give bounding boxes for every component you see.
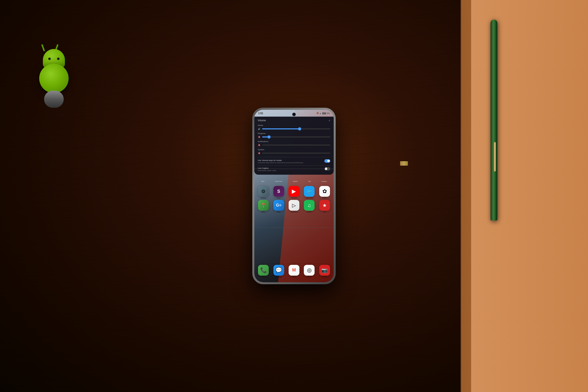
dock-area: 📞 Phone 💬 Messages M Gmail ◎ (254, 264, 334, 279)
yelp-app-label: Yelp (323, 211, 326, 213)
volume-header: Volume ∧ (258, 119, 330, 122)
volume-keys-text: Use Volume keys for media Control the me… (258, 159, 324, 164)
notifications-slider-track[interactable] (262, 144, 330, 146)
list-item: ♫ Spotify (302, 200, 316, 213)
list-item: ▷ Play Store (287, 200, 301, 213)
volume-system-label: System (258, 148, 330, 151)
list-item: M Gmail (287, 265, 301, 278)
volume-ringtone-slider-container: 🔇 (258, 136, 330, 138)
wifi-icon: ▲ (320, 112, 321, 114)
news-app-icon[interactable]: G≡ (274, 200, 284, 211)
list-item: 🐦 Twitter Alpha (302, 186, 316, 199)
chrome-app-icon[interactable]: ◎ (304, 265, 314, 276)
list-item: ◎ Chrome (302, 265, 316, 278)
volume-keys-toggle[interactable] (324, 159, 330, 163)
notebook-inner (471, 0, 588, 392)
slack-app-icon[interactable]: S (274, 186, 284, 197)
live-caption-row: Live Caption Automatically caption media… (258, 166, 330, 171)
list-item: ⚙ Settings (256, 186, 270, 199)
spotify-app-label: Spotify (307, 211, 312, 213)
news-app-label: News (277, 211, 280, 213)
list-item: ★ Yelp (318, 200, 332, 213)
media-slider-fill (262, 128, 300, 129)
volume-notifications-slider-container: 🔇 (258, 144, 330, 146)
camera-app-icon[interactable]: 📷 (319, 265, 330, 276)
signal-icon: ▐▐▐ (322, 112, 326, 114)
spotify-app-icon[interactable]: ♫ (304, 200, 314, 211)
settings-app-label: Settings (261, 197, 266, 199)
twitter-app-icon[interactable]: 🐦 (304, 186, 314, 197)
messages-app-label: Messages (276, 276, 282, 278)
volume-panel: Volume ∧ Media 🔊 (254, 116, 334, 175)
main-app-grid: ⚙ Settings S Slack ▶ YouTube 🐦 (254, 184, 334, 214)
top-app-label-2: Pocket Casts (275, 180, 282, 182)
battery-icon: 45% (326, 112, 330, 114)
settings-app-icon[interactable]: ⚙ (258, 186, 269, 197)
youtube-app-label: YouTube (291, 197, 297, 199)
volume-collapse-icon[interactable]: ∧ (328, 119, 330, 122)
camera-cutout (292, 113, 296, 116)
gmail-app-icon[interactable]: M (288, 265, 300, 276)
volume-notifications-row: Notifications 🔇 (258, 140, 330, 146)
android-eye-left (48, 58, 51, 60)
slack-app-label: Slack (277, 197, 280, 199)
top-app-labels-row: VRois Pocket Casts Analytics Nest Instag… (254, 180, 334, 182)
live-caption-desc: Automatically caption media. (258, 170, 276, 171)
pen-clip (494, 142, 496, 172)
playstore-app-icon[interactable]: ▷ (288, 200, 300, 211)
system-volume-icon: 🔇 (258, 152, 261, 154)
ringtone-slider-track[interactable] (262, 136, 330, 138)
phone-screen: 1:51 🔕 ▲ ▐▐▐ 45% Volume ∧ (254, 110, 334, 282)
ringtone-volume-icon: 🔇 (258, 136, 261, 138)
photos-app-icon[interactable]: ✿ (319, 186, 330, 197)
camera-app-label: Camera (322, 276, 327, 278)
media-slider-track[interactable] (262, 128, 330, 129)
pen (490, 20, 497, 220)
notebook (460, 0, 588, 392)
status-time: 1:51 (258, 112, 263, 115)
volume-ringtone-label: Ringtone (258, 132, 330, 134)
ringtone-slider-fill (262, 136, 269, 138)
messages-app-icon[interactable]: 💬 (274, 265, 284, 276)
photos-app-label: Photos (322, 197, 327, 199)
volume-keys-label: Use Volume keys for media (258, 159, 324, 162)
volume-keys-toggle-row: Use Volume keys for media Control the me… (258, 157, 330, 164)
live-caption-header: Live Caption Automatically caption media… (258, 167, 330, 171)
list-item: 📞 Phone (256, 265, 270, 278)
pen-band (400, 161, 408, 166)
chrome-app-label: Chrome (307, 276, 312, 278)
twitter-app-label: Twitter Alpha (305, 197, 313, 199)
volume-media-row: Media 🔊 (258, 124, 330, 130)
scene: 1:51 🔕 ▲ ▐▐▐ 45% Volume ∧ (0, 0, 588, 392)
live-caption-text: Live Caption Automatically caption media… (258, 167, 276, 171)
playstore-app-label: Play Store (290, 211, 298, 213)
volume-title: Volume (258, 119, 266, 122)
list-item: S Slack (272, 186, 286, 199)
volume-keys-desc: Control the media volume by default when… (258, 162, 324, 164)
phone-app-label: Phone (262, 276, 266, 278)
gmail-app-label: Gmail (292, 276, 296, 278)
yelp-app-icon[interactable]: ★ (319, 200, 330, 211)
fold-line-top (254, 168, 334, 169)
phone-body: 1:51 🔕 ▲ ▐▐▐ 45% Volume ∧ (252, 108, 336, 284)
volume-ringtone-row: Ringtone 🔇 (258, 132, 330, 138)
list-item: 📷 Camera (318, 265, 332, 278)
status-icons: 🔕 ▲ ▐▐▐ 45% (316, 112, 330, 114)
phone-container: 1:51 🔕 ▲ ▐▐▐ 45% Volume ∧ (252, 108, 336, 284)
phone-app-icon[interactable]: 📞 (258, 265, 269, 276)
top-app-label-1: VRois (261, 180, 264, 182)
list-item: ✿ Photos (318, 186, 332, 199)
android-stand (44, 91, 64, 108)
volume-notifications-label: Notifications (258, 140, 330, 142)
list-item: 💬 Messages (272, 265, 286, 278)
list-item: G≡ News (272, 200, 286, 213)
main-app-grid-area: ⚙ Settings S Slack ▶ YouTube 🐦 (254, 184, 334, 214)
volume-keys-knob (327, 160, 330, 162)
system-slider-track[interactable] (262, 153, 330, 154)
maps-app-icon[interactable]: 📍 (258, 200, 269, 211)
volume-media-slider-container: 🔊 (258, 128, 330, 130)
dock-grid: 📞 Phone 💬 Messages M Gmail ◎ (254, 264, 334, 279)
youtube-app-icon[interactable]: ▶ (288, 186, 300, 197)
list-item: ▶ YouTube (287, 186, 301, 199)
list-item: 📍 Maps (256, 200, 270, 213)
